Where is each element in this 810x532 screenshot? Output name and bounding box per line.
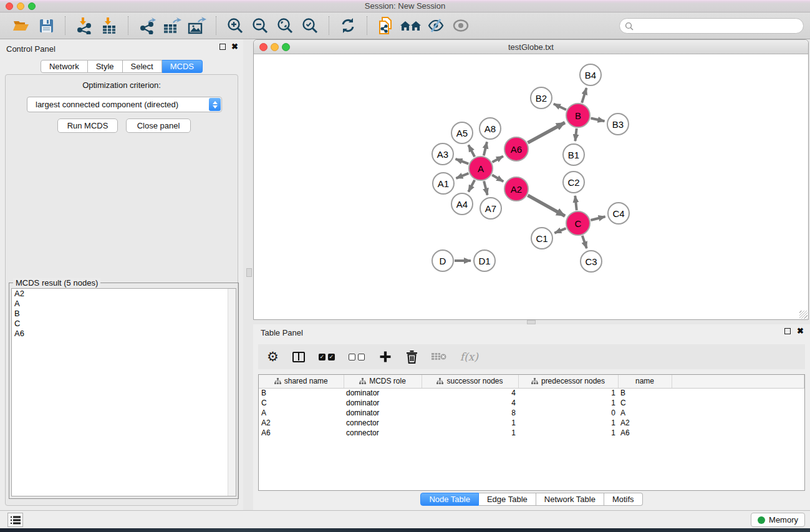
cell-predecessor-nodes[interactable]: 0 (518, 408, 618, 418)
cell-name[interactable]: A (618, 408, 672, 418)
result-item-a6[interactable]: A6 (12, 329, 236, 339)
edge-C-C2[interactable] (575, 196, 576, 210)
result-item-a[interactable]: A (12, 299, 236, 309)
edge-B-B3[interactable] (591, 118, 605, 121)
graph-node-A5[interactable]: A5 (451, 122, 473, 144)
table-row-C[interactable]: Cdominator41C (259, 398, 804, 408)
cell-MCDS-role[interactable]: connector (344, 418, 422, 428)
import-network-button[interactable] (72, 14, 97, 37)
cell-successor-nodes[interactable]: 1 (422, 418, 518, 428)
cell-name[interactable]: A6 (618, 428, 672, 438)
network-from-selection-button[interactable] (374, 14, 398, 37)
tab-network-table[interactable]: Network Table (536, 493, 604, 506)
result-item-c[interactable]: C (12, 319, 236, 329)
result-item-b[interactable]: B (12, 309, 236, 319)
graph-node-C2[interactable]: C2 (562, 171, 585, 193)
cell-MCDS-role[interactable]: connector (344, 428, 422, 438)
edge-A2-C[interactable] (528, 195, 565, 216)
refresh-button[interactable] (335, 14, 360, 37)
tab-style[interactable]: Style (88, 60, 123, 73)
cell-MCDS-role[interactable]: dominator (344, 408, 422, 418)
graph-node-B4[interactable]: B4 (579, 64, 602, 86)
graph-node-B[interactable]: B (566, 103, 591, 128)
graph-node-A6[interactable]: A6 (504, 137, 529, 162)
close-panel-icon[interactable]: ✖ (231, 44, 238, 50)
select-all-checkboxes-icon[interactable]: ✓✓ (319, 354, 335, 360)
graph-node-A7[interactable]: A7 (480, 197, 502, 220)
settings-gear-icon[interactable]: ⚙ (267, 349, 279, 364)
search-input[interactable] (637, 22, 803, 31)
memory-button[interactable]: Memory (751, 513, 805, 527)
cell-successor-nodes[interactable]: 4 (422, 388, 518, 398)
task-history-button[interactable] (7, 513, 23, 527)
run-mcds-button[interactable]: Run MCDS (57, 118, 118, 133)
split-columns-icon[interactable] (292, 352, 305, 362)
graph-node-A4[interactable]: A4 (451, 193, 473, 215)
edge-A-A3[interactable] (456, 159, 469, 164)
table-row-A2[interactable]: A2connector11A2 (259, 418, 804, 428)
edge-A-A8[interactable] (484, 142, 487, 155)
show-graphics-details-button[interactable] (448, 14, 473, 37)
cell-shared-name[interactable]: B (259, 388, 344, 398)
cell-predecessor-nodes[interactable]: 1 (518, 398, 618, 408)
close-window-button[interactable] (6, 2, 13, 10)
tab-select[interactable]: Select (123, 60, 162, 73)
graph-node-B1[interactable]: B1 (562, 143, 585, 166)
save-session-button[interactable] (34, 14, 59, 37)
horizontal-split-handle[interactable] (527, 320, 536, 324)
zoom-out-button[interactable] (248, 14, 272, 37)
graph-node-B2[interactable]: B2 (530, 87, 552, 109)
criterion-dropdown[interactable]: largest connected component (directed) (27, 97, 222, 112)
graph-node-D[interactable]: D (432, 249, 454, 272)
graph-node-B3[interactable]: B3 (607, 113, 629, 135)
graph-node-C1[interactable]: C1 (531, 227, 553, 249)
graph-node-C3[interactable]: C3 (580, 250, 602, 273)
import-table-button[interactable] (97, 14, 122, 37)
result-list-scrollbar[interactable] (228, 289, 236, 496)
tab-motifs[interactable]: Motifs (604, 493, 643, 506)
graph-node-D1[interactable]: D1 (473, 249, 496, 272)
export-network-button[interactable] (135, 14, 160, 37)
network-zoom-button[interactable] (282, 43, 290, 51)
edge-A-A2[interactable] (492, 175, 503, 181)
network-window-titlebar[interactable]: testGlobe.txt (254, 40, 808, 54)
column-header-predecessor-nodes[interactable]: predecessor nodes (518, 375, 618, 388)
open-session-button[interactable] (9, 14, 34, 37)
graph-node-A[interactable]: A (468, 156, 493, 181)
cell-MCDS-role[interactable]: dominator (344, 388, 422, 398)
float-panel-icon[interactable] (219, 44, 226, 50)
edge-A6-B[interactable] (528, 122, 564, 142)
cell-predecessor-nodes[interactable]: 1 (518, 418, 618, 428)
graph-node-A2[interactable]: A2 (504, 177, 529, 201)
home-button[interactable] (398, 14, 423, 37)
graph-node-A1[interactable]: A1 (432, 172, 455, 195)
edge-B-B1[interactable] (575, 128, 576, 141)
graph-node-C4[interactable]: C4 (607, 202, 630, 225)
minimize-window-button[interactable] (17, 2, 24, 10)
zoom-window-button[interactable] (28, 2, 36, 10)
cell-shared-name[interactable]: C (259, 398, 344, 408)
vertical-split-handle[interactable] (246, 268, 252, 277)
cell-MCDS-role[interactable]: dominator (344, 398, 422, 408)
column-header-shared-name[interactable]: shared name (259, 375, 344, 388)
graph-node-A3[interactable]: A3 (432, 143, 454, 165)
tab-edge-table[interactable]: Edge Table (479, 493, 536, 506)
close-panel-button[interactable]: Close panel (126, 118, 191, 133)
table-row-A[interactable]: Adominator80A (259, 408, 804, 418)
cell-name[interactable]: A2 (618, 418, 672, 428)
edge-B-B4[interactable] (582, 88, 586, 103)
edge-A-A4[interactable] (468, 180, 475, 192)
network-graph-canvas[interactable]: B4B2BB3A8A5A6A3B1AC2A1A2A4A7C4CC1DD1C3 (254, 54, 808, 319)
graph-node-C[interactable]: C (566, 211, 591, 236)
edge-C-C3[interactable] (582, 236, 587, 248)
edge-C-C1[interactable] (554, 228, 566, 233)
result-item-a2[interactable]: A2 (12, 289, 236, 299)
cell-predecessor-nodes[interactable]: 1 (518, 428, 618, 438)
cell-name[interactable]: C (618, 398, 672, 408)
network-minimize-button[interactable] (271, 43, 279, 51)
cell-predecessor-nodes[interactable]: 1 (518, 388, 618, 398)
cell-shared-name[interactable]: A2 (259, 418, 344, 428)
float-table-panel-icon[interactable] (784, 328, 791, 334)
edge-A-A7[interactable] (484, 181, 488, 195)
cell-successor-nodes[interactable]: 4 (422, 398, 518, 408)
